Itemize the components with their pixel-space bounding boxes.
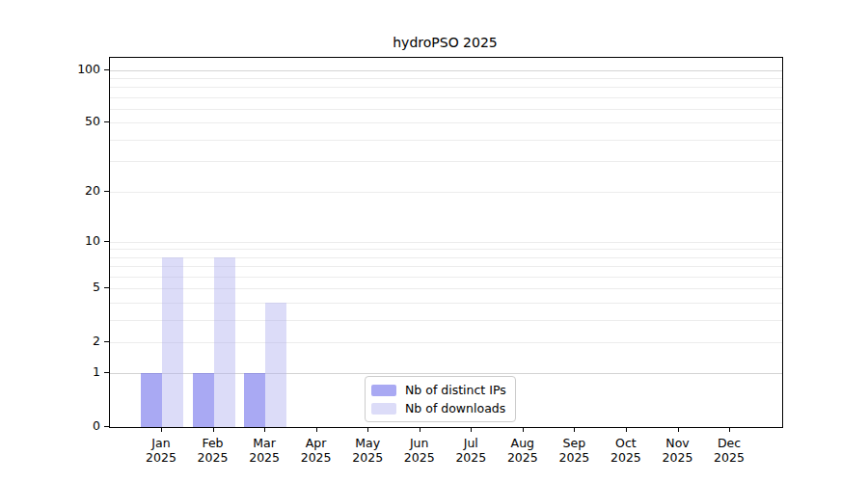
x-tick-nov [678,427,679,432]
gridline-80 [110,87,782,88]
y-tick-1 [104,372,109,373]
y-tick-label-1: 1 [42,364,100,380]
x-tick-label-dec: Dec 2025 [691,436,768,465]
x-tick-may [367,427,368,432]
bar-distinct-ips-jan [141,373,162,427]
legend-item-distinct-ips: Nb of distinct IPs [371,383,506,397]
y-tick-label-5: 5 [42,280,100,295]
bar-downloads-mar [265,303,286,427]
gridline-5 [110,288,782,289]
gridline-9 [110,249,782,250]
gridline-60 [110,109,782,110]
y-tick-50 [104,121,109,122]
legend-label-downloads: Nb of downloads [405,401,505,415]
y-tick-label-0: 0 [42,418,100,434]
x-tick-sep [574,427,575,432]
gridline-90 [110,78,782,79]
x-tick-jun [420,427,420,432]
y-tick-2 [104,341,109,342]
y-tick-label-50: 50 [42,114,100,129]
y-tick-20 [104,191,109,192]
x-tick-jan [161,427,162,432]
chart-figure: hydroPSO 2025 Nb of distinct IPs Nb of d… [0,0,868,482]
x-tick-feb [213,427,214,432]
bar-distinct-ips-mar [244,373,265,427]
gridline-40 [110,140,782,141]
plot-area: Nb of distinct IPs Nb of downloads [109,57,783,428]
chart-title: hydroPSO 2025 [109,35,781,54]
gridline-8 [110,257,782,258]
gridline-4 [110,303,782,304]
bar-downloads-jan [162,257,183,427]
y-tick-label-10: 10 [42,233,100,249]
gridline-7 [110,266,782,267]
x-tick-apr [316,427,317,432]
gridline-30 [110,161,782,162]
x-tick-mar [264,427,265,432]
x-tick-dec [729,427,730,432]
gridline-6 [110,277,782,278]
y-tick-100 [104,69,109,70]
y-tick-0 [104,426,109,427]
legend-swatch-downloads [371,403,396,415]
gridline-3 [110,320,782,321]
x-tick-jul [471,427,472,432]
y-tick-5 [104,287,109,288]
y-tick-label-100: 100 [42,62,100,77]
gridline-50 [110,122,782,123]
gridline-20 [110,192,782,193]
gridline-100 [110,70,782,71]
legend-item-downloads: Nb of downloads [371,401,506,415]
x-tick-oct [626,427,627,432]
y-tick-label-2: 2 [42,334,100,349]
legend-swatch-distinct-ips [371,385,396,396]
y-tick-10 [104,241,109,242]
legend-label-distinct-ips: Nb of distinct IPs [405,383,506,397]
bar-downloads-feb [214,257,235,427]
gridline-10 [110,242,782,243]
gridline-2 [110,342,782,343]
bar-distinct-ips-feb [193,373,214,427]
gridline-70 [110,97,782,98]
legend: Nb of distinct IPs Nb of downloads [365,376,516,422]
x-tick-aug [523,427,524,432]
y-tick-label-20: 20 [42,183,100,199]
